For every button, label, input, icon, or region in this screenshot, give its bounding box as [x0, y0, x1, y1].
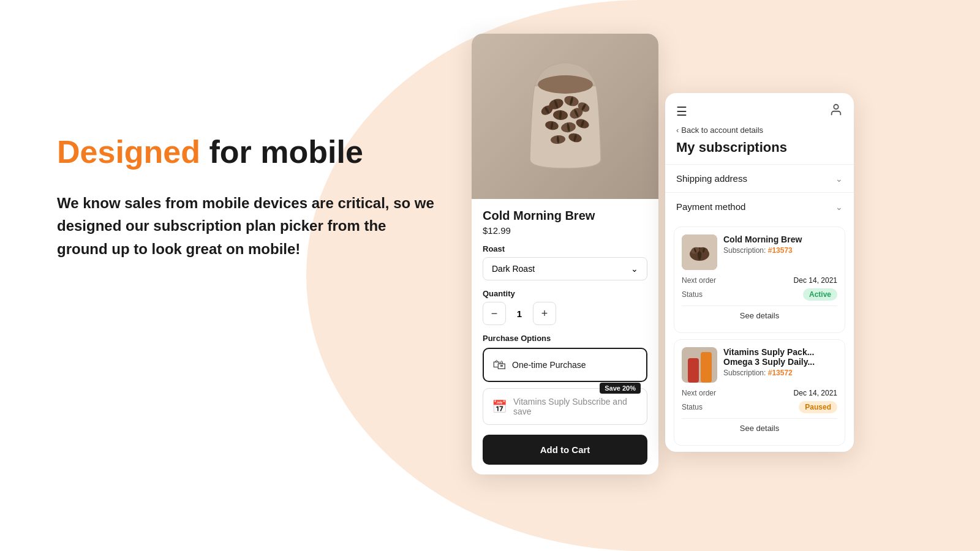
- payment-chevron-icon: ⌄: [835, 202, 843, 212]
- roast-label: Roast: [483, 244, 647, 253]
- sub-card-2-next-order: Next order Dec 14, 2021: [682, 389, 837, 397]
- product-image: [472, 34, 658, 199]
- shopping-bag-icon: 🛍: [492, 357, 506, 373]
- sub-card-2-status-row: Status Paused: [682, 401, 837, 413]
- one-time-purchase-option[interactable]: 🛍 One-time Purchase: [483, 348, 647, 382]
- quantity-value: 1: [506, 309, 533, 319]
- sub-card-2-next-order-value: Dec 14, 2021: [794, 389, 837, 397]
- roast-chevron-icon: ⌄: [631, 264, 638, 274]
- product-name: Cold Morning Brew: [483, 209, 647, 223]
- roast-value: Dark Roast: [492, 264, 535, 274]
- payment-method-accordion[interactable]: Payment method ⌄: [665, 192, 854, 220]
- subscription-panel: ☰ ‹ Back to account details My subscript…: [665, 93, 854, 452]
- subscribe-label: Vitamins Suply Subscribe and save: [513, 397, 638, 416]
- purchase-options-label: Purchase Options: [483, 334, 647, 343]
- roast-select[interactable]: Dark Roast ⌄: [483, 257, 647, 280]
- sub-card-2-image: [682, 347, 717, 383]
- panel-title: My subscriptions: [665, 135, 854, 164]
- quantity-increase-button[interactable]: +: [533, 302, 556, 325]
- sub-card-1-status-label: Status: [682, 290, 703, 299]
- sub-card-2-status-badge: Paused: [799, 401, 837, 413]
- user-profile-icon[interactable]: [829, 103, 843, 119]
- subscribe-icon: 📅: [492, 399, 507, 414]
- sub-card-2-see-details-button[interactable]: See details: [682, 418, 837, 438]
- vitamin-bottle-red: [688, 358, 699, 383]
- main-headline: Designed for mobile: [57, 135, 473, 170]
- coffee-bag-svg: [510, 49, 620, 184]
- add-to-cart-button[interactable]: Add to Cart: [483, 435, 647, 465]
- svg-point-23: [834, 105, 838, 109]
- shipping-address-accordion[interactable]: Shipping address ⌄: [665, 164, 854, 192]
- sub-card-1-image: [682, 234, 717, 270]
- sub-card-1-info: Cold Morning Brew Subscription: #13573: [723, 234, 802, 255]
- back-chevron-icon: ‹: [676, 126, 679, 135]
- quantity-label: Quantity: [483, 289, 647, 298]
- hero-subtext: We know sales from mobile devices are cr…: [57, 192, 437, 260]
- subscription-card-1: Cold Morning Brew Subscription: #13573 N…: [674, 227, 845, 333]
- shipping-chevron-icon: ⌄: [835, 174, 843, 184]
- quantity-decrease-button[interactable]: −: [483, 302, 506, 325]
- sub-card-1-next-order: Next order Dec 14, 2021: [682, 276, 837, 285]
- product-info: Cold Morning Brew $12.99 Roast Dark Roas…: [472, 199, 658, 474]
- sub-card-1-subscription: Subscription: #13573: [723, 246, 802, 255]
- sub-card-1-status-row: Status Active: [682, 288, 837, 301]
- sub-card-1-see-details-button[interactable]: See details: [682, 305, 837, 325]
- sub-card-1-sub-label: Subscription:: [723, 246, 766, 255]
- sub-card-2-sub-label: Subscription:: [723, 369, 766, 377]
- sub-card-1-name: Cold Morning Brew: [723, 234, 802, 244]
- sub-card-1-status-badge: Active: [803, 288, 837, 301]
- sub-card-2-name: Vitamins Suply Pack... Omega 3 Suply Dai…: [723, 347, 815, 367]
- headline-designed: Designed: [57, 134, 200, 170]
- sub-card-1-id-link[interactable]: #13573: [768, 246, 793, 255]
- back-link[interactable]: ‹ Back to account details: [665, 119, 854, 135]
- panel-header: ☰: [665, 93, 854, 119]
- sub-card-2-subscription: Subscription: #13572: [723, 369, 815, 377]
- save-badge: Save 20%: [600, 383, 641, 394]
- sub-card-1-next-order-label: Next order: [682, 276, 716, 285]
- hamburger-menu-icon[interactable]: ☰: [676, 104, 687, 119]
- product-price: $12.99: [483, 225, 647, 236]
- payment-method-label: Payment method: [676, 201, 745, 212]
- product-card: Cold Morning Brew $12.99 Roast Dark Roas…: [472, 34, 658, 474]
- sub-card-2-top: Vitamins Suply Pack... Omega 3 Suply Dai…: [682, 347, 837, 383]
- quantity-row: − 1 +: [483, 302, 647, 325]
- sub-card-2-id-link[interactable]: #13572: [768, 369, 793, 377]
- subscription-card-2: Vitamins Suply Pack... Omega 3 Suply Dai…: [674, 339, 845, 446]
- back-link-text: Back to account details: [681, 126, 763, 135]
- sub-card-2-next-order-label: Next order: [682, 389, 716, 397]
- subscribe-save-option[interactable]: Save 20% 📅 Vitamins Suply Subscribe and …: [483, 388, 647, 425]
- sub-card-2-info: Vitamins Suply Pack... Omega 3 Suply Dai…: [723, 347, 815, 377]
- svg-point-0: [538, 75, 593, 94]
- vitamin-bottle-orange: [701, 352, 712, 383]
- one-time-purchase-label: One-time Purchase: [512, 360, 586, 370]
- hero-section: Designed for mobile We know sales from m…: [57, 135, 473, 260]
- sub-coffee-image: [682, 234, 717, 270]
- headline-rest: for mobile: [200, 134, 363, 170]
- sub-card-1-next-order-value: Dec 14, 2021: [794, 276, 837, 285]
- sub-card-2-status-label: Status: [682, 403, 703, 411]
- sub-card-1-top: Cold Morning Brew Subscription: #13573: [682, 234, 837, 270]
- shipping-address-label: Shipping address: [676, 173, 747, 184]
